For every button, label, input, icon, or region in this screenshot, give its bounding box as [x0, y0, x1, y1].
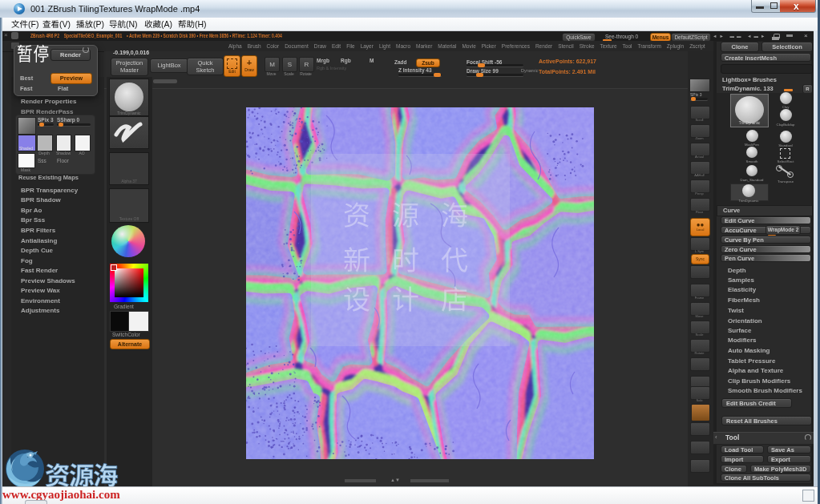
svg-text:(F): (F): [28, 19, 38, 29]
svg-text:(N): (N): [126, 19, 138, 29]
svg-text:(A): (A): [161, 19, 172, 29]
svg-text:(H): (H): [195, 19, 207, 29]
svg-text:(V): (V): [59, 19, 71, 29]
svg-text:(P): (P): [93, 19, 104, 29]
